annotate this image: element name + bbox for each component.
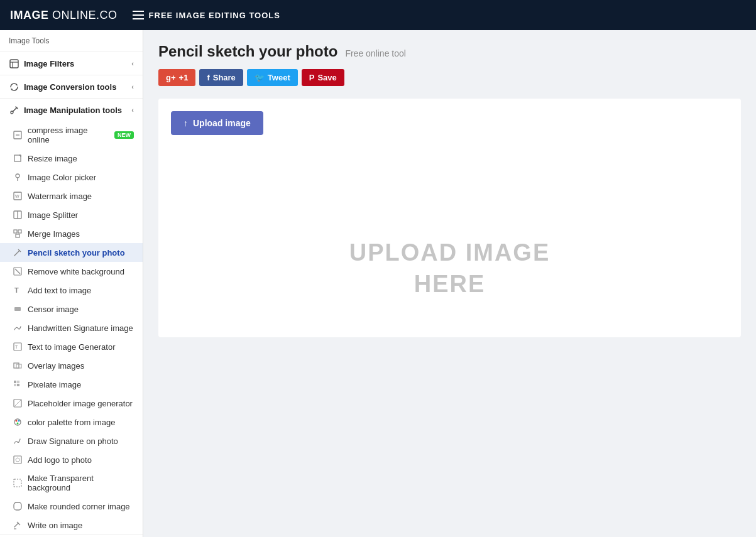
menu-label: FREE IMAGE EDITING TOOLS (149, 11, 280, 20)
sidebar-item-label-watermark: Watermark image (28, 192, 92, 201)
conversion-icon (9, 82, 19, 92)
sidebar-item-placeholder[interactable]: Placeholder image generator (0, 394, 143, 413)
sidebar-item-censor[interactable]: Censor image (0, 300, 143, 318)
site-logo[interactable]: IMAGE ONLINE.CO (10, 9, 118, 22)
svg-rect-30 (17, 381, 19, 383)
sidebar-item-overlay[interactable]: Overlay images (0, 356, 143, 375)
placeholder-icon (13, 398, 23, 408)
splitter-icon (13, 210, 23, 220)
header: IMAGE ONLINE.CO FREE IMAGE EDITING TOOLS (0, 0, 756, 30)
menu-toggle[interactable]: FREE IMAGE EDITING TOOLS (133, 11, 280, 20)
facebook-icon: f (207, 73, 209, 82)
manipulation-items: compress image onlinenewResize imageImag… (0, 121, 143, 534)
pinterest-save-button[interactable]: P Save (302, 69, 344, 86)
textgen-icon: T (13, 342, 23, 352)
sidebar-item-watermark[interactable]: WWatermark image (0, 187, 143, 205)
sidebar-item-texttoimagegen[interactable]: TText to image Generator (0, 337, 143, 356)
sidebar-item-writeon[interactable]: Write on image (0, 516, 143, 534)
sidebar-item-splitter[interactable]: Image Splitter (0, 205, 143, 224)
sidebar-section-manipulation: Image Manipulation tools ‹ compress imag… (0, 99, 143, 535)
google-plus-icon: g+ (166, 73, 176, 82)
hamburger-icon (133, 11, 144, 19)
sidebar-item-label-colorpalette: color palette from image (28, 418, 115, 427)
sidebar-item-colorpicker[interactable]: Image Color picker (0, 168, 143, 187)
remove-icon (13, 266, 23, 276)
manipulation-icon (9, 105, 19, 115)
pinterest-icon: P (309, 73, 315, 82)
sidebar-section-header-filters[interactable]: Image Filters ‹ (0, 52, 143, 75)
svg-point-36 (16, 420, 18, 422)
main-content: Pencil sketch your photo Free online too… (143, 30, 756, 537)
sidebar-item-label-drawsig: Draw Signature on photo (28, 437, 118, 446)
svg-rect-18 (18, 230, 21, 233)
colorpicker-icon (13, 172, 23, 182)
svg-rect-32 (17, 384, 19, 386)
sidebar-item-addtext[interactable]: TAdd text to image (0, 281, 143, 300)
sidebar-item-label-writeon: Write on image (28, 521, 82, 530)
conversion-chevron: ‹ (131, 83, 134, 90)
sidebar-section-header-conversion[interactable]: Image Conversion tools ‹ (0, 75, 143, 98)
filters-chevron: ‹ (131, 60, 134, 67)
write-icon (13, 520, 23, 530)
sidebar-item-label-overlay: Overlay images (28, 361, 84, 371)
svg-rect-31 (14, 384, 16, 386)
sidebar-item-pixelate[interactable]: Pixelate image (0, 375, 143, 394)
svg-point-11 (16, 174, 19, 178)
svg-text:T: T (14, 286, 19, 294)
transparent-icon (13, 478, 23, 488)
social-buttons: g+ +1 f Share 🐦 Tweet P Save (158, 69, 741, 86)
facebook-share-button[interactable]: f Share (199, 69, 243, 86)
svg-text:W: W (15, 194, 19, 198)
upload-icon: ↑ (184, 118, 188, 128)
sidebar-section-header-manipulation[interactable]: Image Manipulation tools ‹ (0, 99, 143, 121)
sidebar-item-label-merge: Merge Images (28, 229, 80, 239)
twitter-tweet-button[interactable]: 🐦 Tweet (247, 69, 298, 86)
upload-placeholder: UPLOAD IMAGE HERE (349, 237, 551, 300)
twitter-icon: 🐦 (255, 73, 265, 82)
sidebar-item-drawsig[interactable]: Draw Signature on photo (0, 431, 143, 450)
pixelate-icon (13, 379, 23, 389)
svg-point-37 (18, 420, 20, 422)
sidebar-item-pencilsketch[interactable]: Pencil sketch your photo (0, 243, 143, 262)
sidebar-item-label-texttoimagegen: Text to image Generator (28, 342, 115, 352)
sidebar-section-filters: Image Filters ‹ (0, 52, 143, 75)
sidebar-item-label-compress: compress image online (28, 126, 107, 144)
sidebar-item-merge[interactable]: Merge Images (0, 224, 143, 243)
svg-point-38 (17, 423, 19, 425)
sidebar-item-label-resize: Resize image (28, 154, 77, 163)
layout: Image Tools Image Filters ‹ (0, 30, 756, 537)
manipulation-label: Image Manipulation tools (24, 106, 122, 115)
svg-rect-17 (14, 230, 17, 233)
sidebar-item-label-rounded: Make rounded corner image (28, 502, 130, 511)
page-title-row: Pencil sketch your photo Free online too… (158, 43, 741, 60)
resize-icon (13, 153, 23, 163)
sidebar-item-transparent[interactable]: Make Transparent background (0, 469, 143, 497)
sidebar-item-label-splitter: Image Splitter (28, 210, 78, 220)
conversion-label: Image Conversion tools (24, 82, 116, 92)
svg-line-20 (14, 251, 19, 256)
sidebar-item-addlogo[interactable]: Add logo to photo (0, 450, 143, 469)
watermark-icon: W (13, 191, 23, 201)
sidebar-item-label-colorpicker: Image Color picker (28, 173, 96, 182)
sidebar-item-resize[interactable]: Resize image (0, 149, 143, 168)
svg-point-40 (16, 458, 19, 462)
sidebar-item-colorpalette[interactable]: color palette from image (0, 413, 143, 431)
sidebar-item-handwritten[interactable]: Handwritten Signature image (0, 318, 143, 337)
sidebar-item-label-pencilsketch: Pencil sketch your photo (28, 248, 125, 258)
sidebar-item-compress[interactable]: compress image onlinenew (0, 121, 143, 149)
upload-image-button[interactable]: ↑ Upload image (171, 111, 263, 135)
sidebar-item-rounded[interactable]: Make rounded corner image (0, 497, 143, 516)
new-badge-compress: new (114, 131, 134, 139)
drawsig-icon (13, 436, 23, 446)
svg-rect-41 (14, 479, 21, 487)
logo-icon (13, 455, 23, 465)
svg-rect-19 (16, 234, 19, 237)
filters-label: Image Filters (24, 59, 74, 68)
sidebar-item-label-handwritten: Handwritten Signature image (28, 323, 133, 333)
sidebar-item-label-placeholder: Placeholder image generator (28, 399, 133, 408)
sidebar-item-removebg[interactable]: Remove white background (0, 262, 143, 281)
sidebar-item-label-removebg: Remove white background (28, 267, 124, 276)
svg-rect-29 (14, 381, 16, 383)
svg-rect-39 (14, 456, 21, 464)
google-plus-button[interactable]: g+ +1 (158, 69, 195, 86)
